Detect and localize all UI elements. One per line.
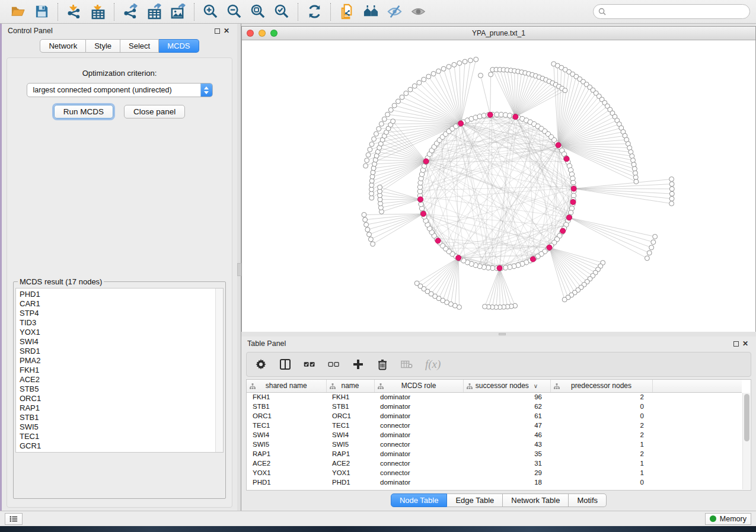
close-panel-action-button[interactable]: Close panel xyxy=(124,105,185,118)
result-node-item[interactable]: YOX1 xyxy=(20,328,219,337)
zoom-out-button[interactable] xyxy=(222,2,246,22)
table-panel-titlebar: Table Panel ✕ xyxy=(241,336,756,351)
tab-select[interactable]: Select xyxy=(120,39,159,53)
mcds-result-items: PHD1CAR1STP4TID3YOX1SWI4SRD1PMA2FKH1ACE2… xyxy=(16,289,223,452)
result-node-item[interactable]: PMA2 xyxy=(20,356,219,366)
result-node-item[interactable]: RAP1 xyxy=(20,403,219,413)
tab-mcds[interactable]: MCDS xyxy=(159,39,199,53)
function-builder-button[interactable]: f(x) xyxy=(425,358,441,371)
table-options-gear-button[interactable] xyxy=(255,355,267,373)
network-canvas[interactable] xyxy=(242,40,755,332)
column-header-name[interactable]: name xyxy=(326,380,374,392)
table-row[interactable]: SWI5SWI5connector431 xyxy=(247,440,742,449)
float-panel-button[interactable] xyxy=(731,339,741,348)
result-node-item[interactable]: STB1 xyxy=(20,413,219,422)
add-column-button[interactable] xyxy=(352,355,364,373)
table-row[interactable]: ACE2ACE2connector311 xyxy=(247,459,742,468)
column-namespace-icon xyxy=(467,383,473,389)
result-node-item[interactable]: FKH1 xyxy=(20,366,219,375)
table-scrollbar[interactable] xyxy=(742,393,750,489)
result-node-item[interactable]: GCR1 xyxy=(20,441,219,451)
result-node-item[interactable]: SWI4 xyxy=(20,337,219,347)
destroy-table-button[interactable] xyxy=(401,355,413,373)
table-row[interactable]: ORC1ORC1dominator610 xyxy=(247,411,742,421)
select-all-rows-button[interactable] xyxy=(304,355,315,373)
show-all-button[interactable] xyxy=(406,2,430,22)
result-list-scrollbar[interactable] xyxy=(215,289,223,452)
table-row[interactable]: PHD1PHD1dominator180 xyxy=(247,477,742,487)
open-file-button[interactable] xyxy=(6,2,30,22)
result-node-item[interactable]: STB5 xyxy=(20,384,219,394)
result-node-item[interactable]: TID3 xyxy=(20,318,219,328)
table-row[interactable]: YOX1YOX1connector291 xyxy=(247,468,742,477)
result-node-item[interactable]: SWI5 xyxy=(20,422,219,432)
tab-style[interactable]: Style xyxy=(86,39,120,53)
first-neighbors-button[interactable] xyxy=(359,2,382,22)
optimization-criterion-select[interactable]: largest connected component (undirected) xyxy=(27,83,213,97)
tab-network[interactable]: Network xyxy=(40,39,86,53)
import-table-button[interactable] xyxy=(86,2,110,22)
zoom-in-button[interactable] xyxy=(199,2,222,22)
splitter-handle[interactable] xyxy=(237,263,241,276)
run-mcds-button[interactable]: Run MCDS xyxy=(54,105,113,118)
tab-edge-table[interactable]: Edge Table xyxy=(447,493,503,507)
close-panel-button[interactable]: ✕ xyxy=(222,26,231,36)
tab-node-table[interactable]: Node Table xyxy=(391,493,448,507)
scrollbar-thumb[interactable] xyxy=(744,394,749,441)
table-row[interactable]: RAP1RAP1dominator352 xyxy=(247,449,742,459)
destroy-table-icon xyxy=(401,358,413,370)
apply-layout-button[interactable] xyxy=(302,2,326,22)
table-row[interactable]: STB1STB1dominator620 xyxy=(247,402,742,411)
export-table-button[interactable] xyxy=(142,2,166,22)
task-history-button[interactable] xyxy=(5,513,23,525)
new-network-from-selection-button[interactable] xyxy=(335,2,359,22)
column-header-predecessor-nodes[interactable]: predecessor nodes xyxy=(550,380,652,392)
mcds-tab-content: Optimization criterion: largest connecte… xyxy=(7,57,232,508)
float-icon xyxy=(733,341,739,347)
column-header-shared-name[interactable]: shared name xyxy=(247,380,326,392)
result-node-item[interactable]: STP4 xyxy=(20,309,219,318)
table-row[interactable]: TEC1TEC1connector472 xyxy=(247,421,742,430)
zoom-selected-button[interactable] xyxy=(270,2,294,22)
export-image-button[interactable] xyxy=(166,2,190,22)
horizontal-splitter[interactable] xyxy=(241,332,756,336)
column-header-MCDS-role[interactable]: MCDS role xyxy=(374,380,463,392)
control-panel-titlebar: Control Panel ✕ xyxy=(2,26,237,36)
table-row[interactable]: FKH1FKH1dominator962 xyxy=(247,392,742,402)
hide-selected-button[interactable] xyxy=(382,2,406,22)
save-icon xyxy=(34,4,50,20)
tab-network-table[interactable]: Network Table xyxy=(503,493,569,507)
table-body: FKH1FKH1dominator962STB1STB1dominator620… xyxy=(247,392,742,487)
result-node-item[interactable]: CAR1 xyxy=(20,299,219,309)
result-node-item[interactable]: PHD1 xyxy=(20,290,219,299)
column-namespace-icon xyxy=(330,383,336,389)
float-panel-button[interactable] xyxy=(212,26,222,36)
column-namespace-icon xyxy=(250,383,256,389)
result-node-item[interactable]: SRD1 xyxy=(20,347,219,356)
open-file-icon xyxy=(10,4,26,20)
control-panel: Control Panel ✕ NetworkStyleSelectMCDS O… xyxy=(2,24,237,511)
zoom-fit-button[interactable] xyxy=(246,2,270,22)
result-node-item[interactable]: ORC1 xyxy=(20,394,219,403)
deselect-all-rows-button[interactable] xyxy=(328,355,340,373)
import-network-button[interactable] xyxy=(62,2,86,22)
splitter-handle[interactable] xyxy=(499,333,506,335)
column-namespace-icon xyxy=(378,383,384,389)
vertical-splitter[interactable] xyxy=(237,24,241,511)
delete-column-button[interactable] xyxy=(377,355,388,373)
memory-button[interactable]: Memory xyxy=(705,513,751,525)
result-node-item[interactable]: TEC1 xyxy=(20,432,219,441)
mcds-result-groupbox: MCDS result (17 nodes) PHD1CAR1STP4TID3Y… xyxy=(13,277,226,499)
table-row[interactable]: SWI4SWI4dominator462 xyxy=(247,430,742,440)
table-panel: Table Panel ✕ f(x) shared namen xyxy=(241,336,756,511)
toolbar-separator xyxy=(58,3,58,21)
search-input[interactable] xyxy=(609,8,745,16)
close-panel-button[interactable]: ✕ xyxy=(741,339,750,348)
show-columns-button[interactable] xyxy=(279,355,291,373)
result-node-item[interactable]: ACE2 xyxy=(20,375,219,384)
column-header-successor-nodes[interactable]: successor nodes∨ xyxy=(463,380,550,392)
export-network-button[interactable] xyxy=(119,2,142,22)
save-session-button[interactable] xyxy=(30,2,53,22)
tab-motifs[interactable]: Motifs xyxy=(569,493,607,507)
memory-status-icon xyxy=(710,515,716,522)
